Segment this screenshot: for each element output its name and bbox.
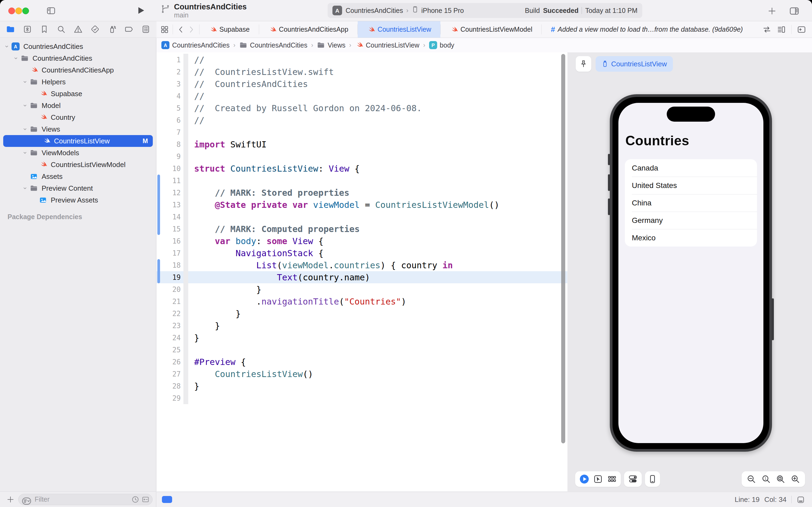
- line-number[interactable]: 1: [160, 56, 183, 64]
- country-row-china[interactable]: China: [625, 194, 757, 212]
- recents-clock-icon[interactable]: [131, 496, 139, 504]
- line-number[interactable]: 7: [160, 128, 183, 136]
- zoom-100-icon[interactable]: 1: [761, 474, 771, 484]
- activity-view[interactable]: A CountriesAndCities › iPhone 15 Pro Bui…: [328, 3, 642, 18]
- fold-ribbon[interactable]: [183, 283, 188, 295]
- toggle-inspector-icon[interactable]: [789, 6, 800, 16]
- code-line-10[interactable]: 10struct CountriesListView: View {: [157, 163, 567, 175]
- disclosure-chevron-icon[interactable]: [22, 79, 30, 85]
- add-tab-icon[interactable]: [767, 6, 776, 15]
- sidebar-item-viewmodels[interactable]: ViewModels: [0, 147, 156, 159]
- fold-ribbon[interactable]: [183, 199, 188, 211]
- fold-ribbon[interactable]: [183, 138, 188, 150]
- disclosure-chevron-icon[interactable]: [22, 126, 30, 132]
- code-line-14[interactable]: 14: [157, 211, 567, 223]
- editor-settings-icon[interactable]: [797, 496, 805, 504]
- fold-ribbon[interactable]: [183, 223, 188, 235]
- disclosure-chevron-icon[interactable]: [13, 55, 20, 61]
- code-line-18[interactable]: 18 List(viewModel.countries) { country i…: [157, 259, 567, 271]
- code-line-9[interactable]: 9: [157, 150, 567, 163]
- line-number[interactable]: 25: [160, 346, 183, 354]
- zoom-fit-icon[interactable]: [776, 474, 786, 484]
- sidebar-item-countriesandcities[interactable]: ACountriesAndCities: [0, 41, 156, 52]
- line-number[interactable]: 26: [160, 358, 183, 366]
- breadcrumb-countriesandcities[interactable]: ACountriesAndCities: [161, 41, 230, 49]
- fold-ribbon[interactable]: [183, 114, 188, 126]
- code-review-icon[interactable]: [762, 25, 771, 34]
- selectable-mode-icon[interactable]: [593, 474, 603, 484]
- fold-ribbon[interactable]: [183, 368, 188, 380]
- navigator-reports-icon[interactable]: [141, 25, 151, 34]
- line-number[interactable]: 5: [160, 104, 183, 112]
- tab-countrieslistviewmodel[interactable]: CountriesListViewModel: [441, 21, 541, 38]
- fold-ribbon[interactable]: [183, 150, 188, 163]
- navigator-find-icon[interactable]: [57, 25, 66, 34]
- code-line-19[interactable]: 19 Text(country.name): [157, 271, 567, 283]
- fold-ribbon[interactable]: [183, 66, 188, 78]
- line-number[interactable]: 28: [160, 382, 183, 390]
- code-line-26[interactable]: 26#Preview {: [157, 356, 567, 368]
- sidebar-item-countriesandcities[interactable]: CountriesAndCities: [0, 52, 156, 64]
- fold-ribbon[interactable]: [183, 344, 188, 356]
- add-file-icon[interactable]: [6, 496, 14, 504]
- code-line-22[interactable]: 22 }: [157, 307, 567, 320]
- line-number[interactable]: 12: [160, 189, 183, 197]
- line-number[interactable]: 4: [160, 92, 183, 100]
- fold-ribbon[interactable]: [183, 356, 188, 368]
- code-line-15[interactable]: 15 // MARK: Computed properties: [157, 223, 567, 235]
- line-number[interactable]: 3: [160, 80, 183, 88]
- line-number[interactable]: 17: [160, 249, 183, 257]
- filter-input[interactable]: [34, 495, 129, 504]
- fold-ribbon[interactable]: [183, 90, 188, 102]
- zoom-window-button[interactable]: [22, 7, 29, 14]
- editor-options-icon[interactable]: [777, 25, 786, 34]
- sidebar-item-views[interactable]: Views: [0, 123, 156, 135]
- sidebar-item-preview-assets[interactable]: Preview Assets: [0, 194, 156, 206]
- sidebar-item-supabase[interactable]: Supabase: [0, 88, 156, 100]
- breakpoint-indicator[interactable]: [162, 496, 172, 503]
- country-row-mexico[interactable]: Mexico: [625, 229, 757, 246]
- line-number[interactable]: 22: [160, 309, 183, 318]
- code-line-17[interactable]: 17 NavigationStack {: [157, 247, 567, 259]
- line-number[interactable]: 20: [160, 285, 183, 293]
- sidebar-item-countrieslistviewmodel[interactable]: CountriesListViewModel: [0, 159, 156, 171]
- code-line-8[interactable]: 8import SwiftUI: [157, 138, 567, 150]
- minimize-window-button[interactable]: [15, 7, 22, 14]
- flagged-filter-icon[interactable]: [141, 496, 150, 504]
- code-line-27[interactable]: 27 CountriesListView(): [157, 368, 567, 380]
- code-line-23[interactable]: 23 }: [157, 320, 567, 332]
- package-dependencies-header[interactable]: Package Dependencies: [0, 213, 156, 221]
- add-editor-icon[interactable]: [797, 25, 806, 34]
- device-settings-icon[interactable]: [628, 474, 638, 484]
- sidebar-item-country[interactable]: Country: [0, 111, 156, 123]
- fold-ribbon[interactable]: [183, 380, 188, 392]
- navigator-source-control-icon[interactable]: [23, 25, 32, 34]
- editor-scrollbar[interactable]: [561, 54, 565, 443]
- breadcrumb-countrieslistview[interactable]: CountriesListView: [355, 41, 419, 49]
- fold-ribbon[interactable]: [183, 175, 188, 187]
- code-line-5[interactable]: 5// Created by Russell Gordon on 2024-06…: [157, 102, 567, 114]
- pin-preview-button[interactable]: [576, 56, 591, 72]
- filter-field[interactable]: [18, 494, 153, 505]
- line-number[interactable]: 21: [160, 297, 183, 305]
- tab-commit-message[interactable]: #Added a view model to load th…from the …: [541, 21, 752, 38]
- fold-ribbon[interactable]: [183, 259, 188, 271]
- country-row-united-states[interactable]: United States: [625, 177, 757, 194]
- navigator-project-navigator-icon[interactable]: [6, 25, 15, 34]
- source-editor[interactable]: 1//2// CountriesListView.swift3// Countr…: [157, 52, 567, 492]
- code-line-1[interactable]: 1//: [157, 54, 567, 66]
- close-window-button[interactable]: [8, 7, 15, 14]
- code-line-20[interactable]: 20 }: [157, 283, 567, 295]
- sidebar-item-helpers[interactable]: Helpers: [0, 76, 156, 88]
- run-destination[interactable]: iPhone 15 Pro: [421, 7, 464, 14]
- country-row-germany[interactable]: Germany: [625, 212, 757, 229]
- navigator-tests-icon[interactable]: [91, 25, 100, 34]
- tab-countrieslistview[interactable]: CountriesListView: [358, 21, 441, 38]
- code-line-28[interactable]: 28}: [157, 380, 567, 392]
- fold-ribbon[interactable]: [183, 320, 188, 332]
- fold-ribbon[interactable]: [183, 78, 188, 90]
- toggle-navigator-icon[interactable]: [46, 6, 56, 15]
- tab-overview-icon[interactable]: [160, 25, 169, 34]
- fold-ribbon[interactable]: [183, 211, 188, 223]
- zoom-out-icon[interactable]: [747, 474, 756, 484]
